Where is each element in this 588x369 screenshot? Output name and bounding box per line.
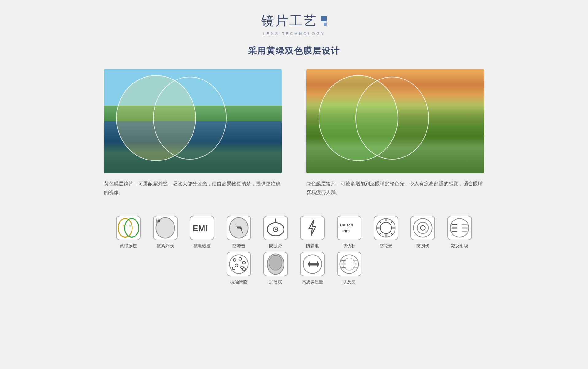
svg-point-29 [420, 225, 425, 230]
icon-label-anti-oil: 抗油污膜 [230, 279, 247, 285]
svg-point-27 [414, 218, 432, 237]
icon-box-anti-fake: DaRen lens [337, 216, 361, 240]
icon-label-anti-glare: 防眩光 [380, 243, 392, 249]
right-circle-secondary [355, 77, 429, 160]
icon-box-anti-glare [374, 216, 398, 240]
icon-box-anti-fatigue [263, 216, 288, 240]
right-lens-description: 绿色膜层镜片，可较多增加到达眼睛的绿色光，令人有凉爽舒适的感觉，适合眼睛容易疲劳… [306, 179, 484, 197]
icon-box-hardening [263, 252, 288, 276]
icon-box-anti-static [300, 216, 325, 240]
icon-label-high-resolution: 高成像质量 [302, 279, 323, 285]
right-lens-circles [306, 69, 484, 173]
icon-label-anti-static: 防静电 [306, 243, 319, 249]
svg-point-43 [232, 267, 235, 270]
icon-label-anti-reflection: 防反光 [343, 279, 356, 285]
icon-item-emi: EMI 抗电磁波 [187, 216, 217, 249]
icon-item-uv-protection: 抗紫外线 [150, 216, 181, 249]
title-english: LENS TECHNOLOGY [263, 31, 325, 36]
svg-text:EMI: EMI [193, 223, 208, 233]
right-lens-image [306, 69, 484, 173]
deco-square-2 [324, 23, 327, 26]
svg-text:DaRen: DaRen [340, 223, 353, 227]
icon-box-uv-protection [153, 216, 178, 240]
icon-item-anti-reflection: 防反光 [334, 252, 365, 285]
svg-point-46 [269, 255, 282, 270]
svg-point-28 [417, 222, 428, 233]
left-circle-secondary [153, 77, 227, 160]
svg-line-25 [391, 221, 393, 223]
svg-line-26 [379, 233, 381, 235]
svg-text:lens: lens [341, 228, 350, 233]
icon-box-anti-reflection [337, 252, 361, 276]
title-decoration [321, 16, 327, 26]
icon-item-anti-reflect: 减反射膜 [444, 216, 475, 249]
deco-square-1 [321, 16, 327, 21]
icon-item-anti-fatigue: 防疲劳 [260, 216, 291, 249]
icon-label-yellow-green-film: 黄绿膜层 [120, 243, 137, 249]
svg-marker-48 [308, 261, 319, 267]
icon-box-anti-oil [227, 252, 251, 276]
svg-point-39 [239, 257, 242, 260]
left-lens-description: 黄色膜层镜片，可屏蔽紫外线，吸收大部分蓝光，使自然景物更清楚，提供更准确的视像。 [104, 179, 282, 197]
svg-point-41 [235, 264, 238, 267]
svg-point-13 [275, 228, 277, 230]
icon-label-anti-reflect: 减反射膜 [451, 243, 468, 249]
icon-item-anti-static: 防静电 [297, 216, 328, 249]
icon-item-high-resolution: 高成像质量 [297, 252, 328, 285]
icon-label-emi: 抗电磁波 [193, 243, 211, 249]
left-lens-image [104, 69, 282, 173]
icons-row-1: 黄 绿 黄绿膜层 抗紫外线 EMI 抗电磁波 防冲击 防疲劳 防静电 DaRen… [113, 216, 475, 249]
icon-label-anti-fake: 防伪标 [343, 243, 356, 249]
images-section: 黄色膜层镜片，可屏蔽紫外线，吸收大部分蓝光，使自然景物更清楚，提供更准确的视像。… [79, 69, 509, 197]
icon-box-yellow-green-film: 黄 绿 [116, 216, 141, 240]
icon-item-anti-glare: 防眩光 [371, 216, 401, 249]
icons-row-2: 抗油污膜 加硬膜 高成像质量 防反光 [223, 252, 365, 285]
svg-point-18 [380, 222, 391, 233]
svg-text:绿: 绿 [129, 224, 132, 227]
icon-label-hardening: 加硬膜 [269, 279, 282, 285]
title-chinese: 镜片工艺 [261, 12, 318, 29]
icon-item-anti-fake: DaRen lens 防伪标 [334, 216, 365, 249]
left-lens-circles [104, 69, 282, 173]
icon-box-anti-shock [227, 216, 251, 240]
left-lens-card: 黄色膜层镜片，可屏蔽紫外线，吸收大部分蓝光，使自然景物更清楚，提供更准确的视像。 [104, 69, 282, 197]
page-header: 镜片工艺 LENS TECHNOLOGY [261, 12, 327, 36]
page-subtitle: 采用黄绿双色膜层设计 [248, 45, 340, 57]
icon-box-anti-scratch [410, 216, 435, 240]
svg-line-24 [391, 233, 393, 235]
svg-point-37 [230, 255, 248, 273]
right-lens-card: 绿色膜层镜片，可较多增加到达眼睛的绿色光，令人有凉爽舒适的感觉，适合眼睛容易疲劳… [306, 69, 484, 197]
svg-point-44 [242, 268, 245, 271]
icons-section: 黄 绿 黄绿膜层 抗紫外线 EMI 抗电磁波 防冲击 防疲劳 防静电 DaRen… [79, 216, 509, 288]
icon-box-high-resolution [300, 252, 325, 276]
icon-item-anti-scratch: 防划伤 [407, 216, 438, 249]
svg-line-23 [379, 221, 381, 223]
icon-item-anti-oil: 抗油污膜 [223, 252, 254, 285]
icon-box-emi: EMI [190, 216, 214, 240]
icon-item-hardening: 加硬膜 [260, 252, 291, 285]
svg-point-40 [242, 261, 245, 264]
icon-box-anti-reflect [447, 216, 472, 240]
svg-point-38 [233, 258, 236, 261]
icon-label-anti-fatigue: 防疲劳 [269, 243, 282, 249]
icon-label-anti-shock: 防冲击 [232, 243, 245, 249]
icon-label-uv-protection: 抗紫外线 [157, 243, 174, 249]
icon-label-anti-scratch: 防划伤 [416, 243, 429, 249]
icon-item-anti-shock: 防冲击 [223, 216, 254, 249]
icon-item-yellow-green-film: 黄 绿 黄绿膜层 [113, 216, 144, 249]
title-row: 镜片工艺 [261, 12, 327, 29]
svg-text:黄: 黄 [122, 224, 125, 227]
